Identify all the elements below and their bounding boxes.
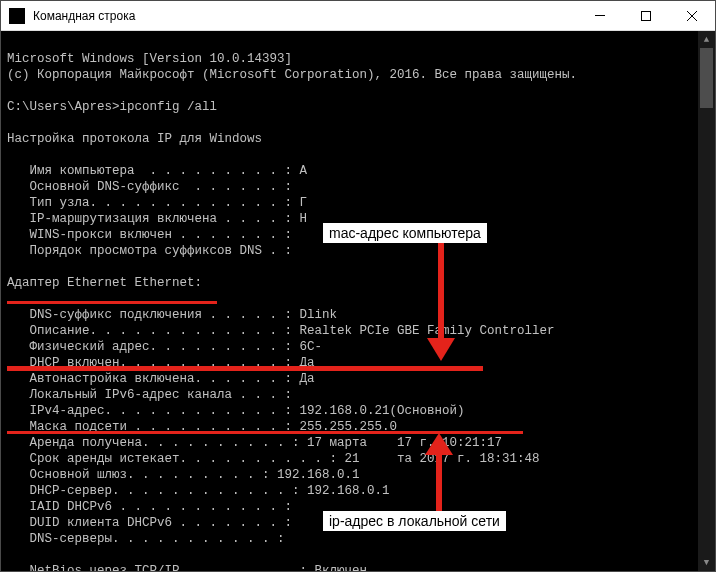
iaid-line: IAID DHCPv6 . . . . . . . . . . . : [7,500,292,514]
description-line: Описание. . . . . . . . . . . . . : Real… [7,324,555,338]
command-prompt-window: Командная строка Microsoft Windows [Vers… [0,0,716,572]
adapter-header: Адаптер Ethernet Ethernet: [7,276,202,290]
ip-address-annotation: ip-адрес в локальной сети [323,511,506,531]
scrollbar-thumb[interactable] [700,48,713,108]
netbios-line: NetBios через TCP/IP. . . . . . . . : Вк… [7,564,367,571]
scroll-down-arrow[interactable]: ▼ [698,554,715,571]
ip-arrow-icon [419,433,459,513]
prompt-line: C:\Users\Apres>ipconfig /all [7,100,217,114]
vertical-scrollbar[interactable]: ▲ ▼ [698,31,715,571]
physical-address-line: Физический адрес. . . . . . . . . : 6C- [7,340,322,354]
dns-suffix-line: Основной DNS-суффикс . . . . . . : [7,180,292,194]
lease-expires-line: Срок аренды истекает. . . . . . . . . . … [7,452,540,466]
ipv6-local-line: Локальный IPv6-адрес канала . . . : [7,388,292,402]
dns-servers-line: DNS-серверы. . . . . . . . . . . : [7,532,285,546]
dns-search-line: Порядок просмотра суффиксов DNS . : [7,244,292,258]
ip-routing-line: IP-маршрутизация включена . . . . : Н [7,212,307,226]
gateway-line: Основной шлюз. . . . . . . . . : 192.168… [7,468,360,482]
svg-marker-7 [425,433,453,455]
mac-address-annotation: mac-адрес компьютера [323,223,487,243]
dhcp-server-line: DHCP-сервер. . . . . . . . . . . . : 192… [7,484,390,498]
node-type-line: Тип узла. . . . . . . . . . . . . : Г [7,196,307,210]
scroll-up-arrow[interactable]: ▲ [698,31,715,48]
titlebar: Командная строка [1,1,715,31]
wins-proxy-line: WINS-прокси включен . . . . . . . : [7,228,292,242]
window-title: Командная строка [33,9,577,23]
svg-marker-5 [427,338,455,361]
mac-underline [7,366,483,371]
minimize-button[interactable] [577,1,623,31]
mac-arrow-icon [421,243,461,363]
config-header: Настройка протокола IP для Windows [7,132,262,146]
conn-suffix-line: DNS-суффикс подключения . . . . . : Dlin… [7,308,337,322]
close-button[interactable] [669,1,715,31]
copyright-line: (c) Корпорация Майкрософт (Microsoft Cor… [7,68,577,82]
ipv4-line: IPv4-адрес. . . . . . . . . . . . : 192.… [7,404,465,418]
adapter-underline [7,301,217,304]
version-line: Microsoft Windows [Version 10.0.14393] [7,52,292,66]
maximize-button[interactable] [623,1,669,31]
scrollbar-track[interactable] [698,48,715,554]
autoconfig-line: Автонастройка включена. . . . . . : Да [7,372,315,386]
svg-rect-0 [595,15,605,16]
app-icon [9,8,25,24]
duid-line: DUID клиента DHCPv6 . . . . . . . : [7,516,292,530]
svg-rect-1 [642,11,651,20]
host-name-line: Имя компьютера . . . . . . . . . : A [7,164,307,178]
